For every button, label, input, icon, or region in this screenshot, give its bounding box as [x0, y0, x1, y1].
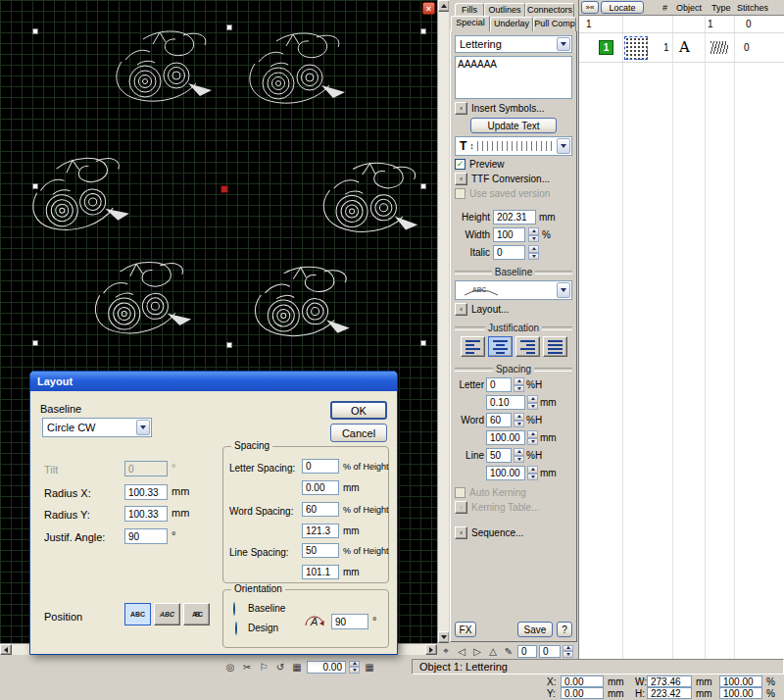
word-spacing-mm-input[interactable]: 121.3 — [302, 524, 339, 538]
letter-mm-input[interactable]: 0.10 — [486, 395, 525, 410]
stitch-step-stepper[interactable] — [563, 645, 573, 658]
orientation-baseline-radio[interactable] — [233, 602, 235, 616]
color-badge[interactable]: 1 — [599, 40, 613, 55]
orientation-angle-input[interactable]: 90 — [331, 614, 368, 629]
object-thumbnail[interactable] — [624, 36, 648, 60]
word-mm-input[interactable]: 100.00 — [486, 430, 525, 445]
orientation-design-radio[interactable] — [235, 622, 237, 635]
selection-handle[interactable] — [420, 183, 426, 189]
ttf-conversion-expander[interactable]: ‹ TTF Conversion... — [455, 173, 572, 185]
column-header-stitches[interactable]: Stitches — [737, 3, 768, 13]
preview-checkbox[interactable]: ✓ — [455, 159, 466, 170]
grid-size-input[interactable]: 0.00 — [307, 661, 346, 674]
grid-icon[interactable]: ▦ — [290, 662, 304, 673]
column-header-num[interactable]: # — [662, 3, 667, 13]
spin-down-icon[interactable] — [528, 253, 539, 261]
spin-down-icon[interactable] — [528, 235, 539, 243]
tab-connectors[interactable]: Connectors — [525, 3, 574, 18]
selection-handle[interactable] — [32, 340, 38, 346]
tab-underlay[interactable]: Underlay — [490, 17, 533, 31]
justif-angle-input[interactable]: 90 — [124, 528, 168, 544]
line-pct-input[interactable]: 50 — [486, 448, 512, 463]
word-pct-input[interactable]: 60 — [486, 413, 512, 427]
letter-spacing-mm-input[interactable]: 0.00 — [302, 480, 339, 495]
justify-left-button[interactable] — [461, 336, 485, 357]
radius-y-input[interactable]: 100.33 — [124, 506, 168, 522]
chevron-down-icon[interactable] — [136, 420, 150, 435]
position-baseline-button[interactable]: ABC — [124, 603, 151, 625]
step-back-icon[interactable]: ◁ — [455, 646, 468, 657]
locate-button[interactable]: Locate — [601, 1, 644, 14]
letter-mm-stepper[interactable] — [527, 395, 538, 410]
collapse-panel-button[interactable]: »« — [581, 1, 599, 14]
needle-target-icon[interactable]: ⌖ — [439, 645, 453, 657]
baseline-type-combo[interactable]: Circle CW — [42, 418, 152, 437]
line-spacing-pct-input[interactable]: 50 — [302, 543, 339, 558]
sequence-expander[interactable]: ‹ Sequence... — [455, 526, 572, 539]
italic-input[interactable]: 0 — [493, 245, 525, 260]
stitch-step-input[interactable]: 0 — [539, 645, 561, 658]
insert-symbols-expander[interactable]: ‹ Insert Symbols... — [455, 102, 572, 115]
object-type-combo[interactable]: Lettering — [455, 35, 572, 53]
font-selector-combo[interactable]: T ↕ — [455, 136, 572, 156]
object-row[interactable]: 1 1 A 0 — [579, 33, 784, 63]
preview-checkbox-row[interactable]: ✓ Preview — [455, 159, 572, 170]
word-pct-stepper[interactable] — [514, 413, 524, 427]
width-input[interactable]: 100 — [493, 227, 525, 242]
height-input[interactable]: 202.31 — [493, 210, 536, 225]
selection-handle[interactable] — [32, 28, 38, 34]
cancel-button[interactable]: Cancel — [330, 424, 387, 442]
selection-handle[interactable] — [420, 28, 426, 34]
help-button[interactable]: ? — [557, 622, 572, 637]
selection-handle[interactable] — [226, 342, 232, 348]
word-mm-stepper[interactable] — [527, 430, 538, 445]
layout-expander[interactable]: ‹ Layout... — [455, 303, 572, 316]
stitch-position-input[interactable]: 0 — [517, 645, 537, 658]
scissors-icon[interactable]: ✂ — [240, 662, 254, 673]
update-text-button[interactable]: Update Text — [470, 118, 557, 133]
dialog-title-bar[interactable]: Layout — [30, 372, 397, 391]
chevron-down-icon[interactable] — [557, 37, 570, 51]
line-mm-input[interactable]: 100.00 — [486, 466, 525, 480]
selection-handle[interactable] — [226, 25, 232, 30]
line-mm-stepper[interactable] — [527, 466, 538, 480]
letter-pct-input[interactable]: 0 — [486, 377, 512, 392]
column-header-object[interactable]: Object — [676, 3, 702, 13]
baseline-combo[interactable]: ABC — [455, 280, 572, 300]
letter-pct-stepper[interactable] — [514, 377, 524, 392]
step-forward-icon[interactable]: ▷ — [470, 646, 484, 657]
column-header-type[interactable]: Type — [711, 3, 731, 13]
line-pct-stepper[interactable] — [514, 448, 524, 463]
line-spacing-mm-input[interactable]: 101.1 — [302, 565, 339, 579]
position-slant-button[interactable]: ABC — [154, 603, 180, 625]
hoop-icon[interactable]: ◎ — [223, 662, 237, 673]
grid-size-stepper[interactable] — [349, 661, 360, 674]
position-condensed-button[interactable]: ABC — [183, 603, 210, 625]
undo-icon[interactable]: ↺ — [273, 662, 287, 673]
width-stepper[interactable] — [528, 227, 539, 242]
move-up-icon[interactable]: △ — [486, 646, 500, 657]
letter-spacing-pct-input[interactable]: 0 — [302, 459, 339, 474]
lettering-text-input[interactable]: AAAAAA — [455, 56, 572, 99]
italic-stepper[interactable] — [528, 245, 539, 260]
tab-pull-comp[interactable]: Pull Comp — [533, 17, 576, 31]
scroll-right-button[interactable] — [425, 644, 437, 655]
tab-outlines[interactable]: Outlines — [484, 3, 525, 18]
save-button[interactable]: Save — [517, 622, 553, 637]
selection-handle[interactable] — [420, 340, 426, 346]
justify-right-button[interactable] — [515, 336, 540, 357]
flag-icon[interactable]: ⚐ — [257, 662, 270, 673]
chevron-down-icon[interactable] — [557, 282, 570, 298]
justify-full-button[interactable] — [543, 336, 567, 357]
radius-x-input[interactable]: 100.33 — [124, 484, 168, 500]
ok-button[interactable]: OK — [330, 401, 387, 420]
canvas-close-button[interactable]: × — [422, 2, 435, 15]
vertical-scrollbar[interactable] — [437, 0, 449, 643]
chevron-down-icon[interactable] — [557, 138, 570, 154]
spin-up-icon[interactable] — [528, 245, 539, 253]
selection-handle[interactable] — [32, 183, 38, 189]
word-spacing-pct-input[interactable]: 60 — [302, 502, 339, 517]
scroll-left-button[interactable] — [0, 644, 12, 655]
spin-up-icon[interactable] — [528, 227, 539, 235]
fx-button[interactable]: FX — [455, 622, 476, 637]
